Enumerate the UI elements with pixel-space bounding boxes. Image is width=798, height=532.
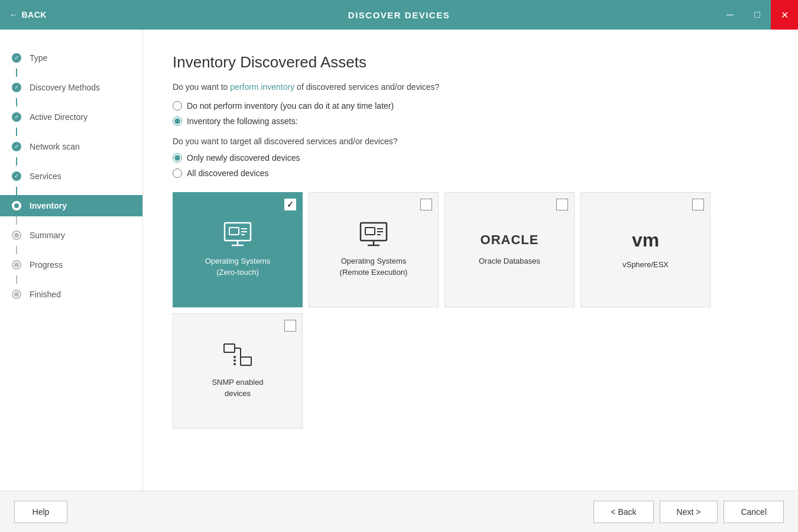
connector-1 — [16, 69, 17, 77]
back-button[interactable]: ← BACK — [9, 10, 47, 20]
newly-discovered-label: Only newly discovered devices — [187, 153, 300, 163]
oracle-logo-text: ORACLE — [481, 232, 539, 248]
no-inventory-label: Do not perform inventory (you can do it … — [187, 101, 394, 111]
sidebar-item-discovery-methods[interactable]: Discovery Methods — [0, 77, 142, 98]
asset-checkbox-vsphere — [692, 199, 704, 210]
connector-5 — [16, 187, 17, 195]
checkmark-icon: ✓ — [287, 200, 294, 209]
asset-checkbox-os-remote — [420, 199, 432, 210]
connector-4 — [16, 157, 17, 166]
svg-rect-3 — [229, 228, 239, 235]
footer-left: Help — [14, 501, 67, 523]
sidebar-label-summary: Summary — [30, 231, 65, 240]
connector-3 — [16, 128, 17, 136]
sidebar: Type Discovery Methods Active Directory … — [0, 30, 143, 491]
sidebar-item-services[interactable]: Services — [0, 166, 142, 187]
step-circle-inner-summary — [14, 233, 19, 238]
monitor-icon-zero-touch — [222, 222, 253, 248]
monitor-icon-remote — [358, 222, 389, 248]
newly-discovered-radio[interactable] — [173, 153, 182, 163]
svg-point-19 — [233, 359, 236, 362]
assets-grid: ✓ Operating Systems(Zero-touch) — [173, 192, 768, 429]
connector-2 — [16, 98, 17, 106]
sidebar-label-ad: Active Directory — [30, 112, 87, 122]
asset-card-vsphere[interactable]: vm vSphere/ESX — [580, 192, 711, 307]
next-button[interactable]: Next > — [660, 501, 718, 523]
connector-6 — [16, 216, 17, 225]
close-button[interactable]: ✕ — [771, 0, 798, 30]
back-arrow-icon: ← — [9, 10, 18, 20]
step-circle-inner-finished — [14, 292, 19, 297]
svg-rect-14 — [224, 344, 235, 352]
step-circle-services — [12, 171, 21, 181]
svg-rect-15 — [241, 357, 251, 365]
question1-text: Do you want to perform inventory of disc… — [173, 82, 768, 92]
asset-checkbox-snmp — [284, 320, 296, 332]
asset-checkbox-oracle — [556, 199, 568, 210]
step-circle-inner-progress — [14, 262, 19, 267]
asset-card-os-remote[interactable]: Operating Systems(Remote Execution) — [309, 192, 439, 307]
sidebar-item-finished[interactable]: Finished — [0, 284, 142, 305]
inventory-option[interactable]: Inventory the following assets: — [173, 116, 768, 126]
asset-label-os-remote: Operating Systems(Remote Execution) — [340, 256, 408, 277]
sidebar-item-summary[interactable]: Summary — [0, 225, 142, 246]
asset-card-os-zero-touch[interactable]: ✓ Operating Systems(Zero-touch) — [173, 192, 303, 307]
all-discovered-radio[interactable] — [173, 168, 182, 178]
vm-icon: vm — [632, 229, 659, 251]
sidebar-label-discovery: Discovery Methods — [30, 83, 100, 92]
step-circle-discovery — [12, 83, 21, 92]
question1-highlight: perform inventory — [230, 82, 294, 92]
sidebar-item-type[interactable]: Type — [0, 47, 142, 69]
sidebar-item-network-scan[interactable]: Network scan — [0, 136, 142, 157]
help-button[interactable]: Help — [14, 501, 67, 523]
sidebar-label-finished: Finished — [30, 290, 61, 299]
svg-point-20 — [233, 363, 236, 365]
step-circle-finished — [12, 290, 21, 299]
sidebar-item-progress[interactable]: Progress — [0, 254, 142, 275]
sidebar-label-inventory: Inventory — [30, 201, 67, 210]
asset-checkbox-os-zero-touch: ✓ — [284, 199, 296, 210]
step-circle-progress — [12, 260, 21, 270]
page-title: Inventory Discovered Assets — [173, 53, 768, 72]
newly-discovered-option[interactable]: Only newly discovered devices — [173, 153, 768, 163]
step-circle-summary — [12, 231, 21, 240]
sidebar-label-services: Services — [30, 171, 61, 181]
content-area: Inventory Discovered Assets Do you want … — [143, 30, 798, 491]
step-circle-type — [12, 53, 21, 63]
restore-button[interactable]: □ — [744, 0, 771, 30]
asset-card-snmp[interactable]: SNMP enableddevices — [173, 313, 303, 429]
asset-label-vsphere: vSphere/ESX — [622, 259, 669, 270]
minimize-button[interactable]: ─ — [716, 0, 744, 30]
all-discovered-label: All discovered devices — [187, 168, 269, 178]
step-circle-inventory — [12, 201, 21, 210]
inventory-option-group: Do not perform inventory (you can do it … — [173, 101, 768, 126]
connector-7 — [16, 246, 17, 254]
step-circle-ad — [12, 112, 21, 122]
vm-logo-text: vm — [632, 229, 659, 251]
asset-label-os-zero-touch: Operating Systems(Zero-touch) — [205, 256, 271, 277]
asset-label-oracle: Oracle Databases — [479, 256, 540, 267]
question2-text: Do you want to target all discovered ser… — [173, 137, 768, 146]
sidebar-item-inventory[interactable]: Inventory — [0, 195, 142, 216]
asset-label-snmp: SNMP enableddevices — [212, 377, 263, 398]
no-inventory-option[interactable]: Do not perform inventory (you can do it … — [173, 101, 768, 111]
svg-rect-10 — [365, 228, 375, 235]
window-title: DISCOVER DEVICES — [348, 10, 450, 20]
snmp-icon — [223, 343, 252, 369]
no-inventory-radio[interactable] — [173, 101, 182, 111]
window-controls: ─ □ ✕ — [716, 0, 798, 30]
back-button[interactable]: < Back — [593, 501, 653, 523]
sidebar-item-active-directory[interactable]: Active Directory — [0, 106, 142, 128]
asset-card-oracle[interactable]: ORACLE Oracle Databases — [445, 192, 575, 307]
footer: Help < Back Next > Cancel — [0, 491, 798, 532]
all-discovered-option[interactable]: All discovered devices — [173, 168, 768, 178]
cancel-button[interactable]: Cancel — [724, 501, 784, 523]
sidebar-label-network: Network scan — [30, 142, 80, 151]
main-layout: Type Discovery Methods Active Directory … — [0, 30, 798, 491]
inventory-radio[interactable] — [173, 116, 182, 126]
target-option-group: Only newly discovered devices All discov… — [173, 153, 768, 178]
svg-point-18 — [233, 356, 236, 358]
connector-8 — [16, 275, 17, 284]
sidebar-label-type: Type — [30, 53, 47, 63]
sidebar-label-progress: Progress — [30, 260, 63, 270]
